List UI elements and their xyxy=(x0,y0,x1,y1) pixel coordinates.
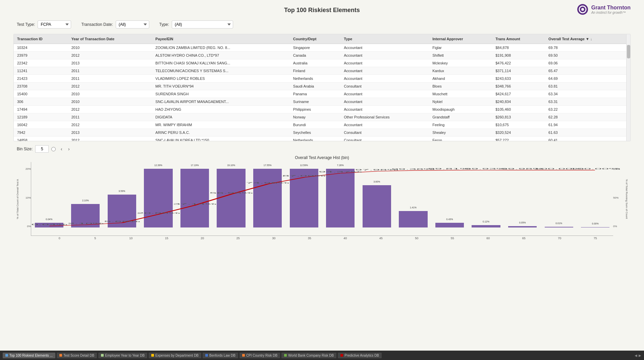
x-axis-label: 10 xyxy=(113,237,149,240)
x-axis-label: 5 xyxy=(77,237,113,240)
bar-group: 17.19% xyxy=(177,169,213,227)
cell-payee: ARINC PERU S.A.C. xyxy=(152,129,290,137)
cell-avg: 63.34 xyxy=(545,90,630,98)
bottom-tab-0[interactable]: Top 100 Riskiest Elements ... xyxy=(3,353,55,358)
x-axis-label: 20 xyxy=(184,237,220,240)
bar-label: 19.10% xyxy=(227,164,235,166)
cell-payee: SURENDRA SINGH xyxy=(152,90,290,98)
x-axis-label: 60 xyxy=(470,237,506,240)
cell-payee: TELECOMUNICACIONES Y SISTEMAS S... xyxy=(152,67,290,75)
bar-group: 0.05% xyxy=(504,169,540,227)
table-row[interactable]: 306 2010 SNC-LAVALIN AIRPORT MANAGAEMENT… xyxy=(14,98,630,106)
type-select[interactable]: (All) Accountant Consultant Attorney Oth… xyxy=(172,20,233,29)
cell-avg: 69.06 xyxy=(545,59,630,67)
table-row[interactable]: 10324 2010 ZOOMLION ZAMBIA LIMITED (REG.… xyxy=(14,44,630,52)
bar-label: 1.41% xyxy=(410,206,417,209)
grant-thornton-logo-icon xyxy=(577,3,589,15)
risk-table: Transaction ID Year of Transaction Date … xyxy=(14,34,630,141)
table-row[interactable]: 21423 2011 VLADIMIRO LOPEZ ROBLES Nether… xyxy=(14,75,630,83)
x-axis-label: 75 xyxy=(578,237,613,240)
table-row[interactable]: 23708 2012 MR. TITH VOEURN*94 Saudi Arab… xyxy=(14,83,630,90)
bottom-tab-3[interactable]: Expenses by Department DB xyxy=(149,353,201,358)
cell-year: 2011 xyxy=(68,113,152,121)
cell-country: Suriname xyxy=(290,98,340,106)
cell-approver: Moodispaugh xyxy=(429,106,492,113)
tab-icon xyxy=(284,354,287,357)
col-country[interactable]: Country/Dept xyxy=(290,34,340,44)
cell-country: Panama xyxy=(290,90,340,98)
col-payee[interactable]: Payee/EIN xyxy=(152,34,290,44)
table-row[interactable]: 23979 2012 ALSTOM HYDRO CHINA CO., LTD*9… xyxy=(14,52,630,59)
bin-size-radio[interactable] xyxy=(51,147,56,151)
bar-label: 0.43% xyxy=(446,218,453,220)
bar: 19.10% xyxy=(217,169,245,227)
bottom-tab-4[interactable]: Benfords Law DB xyxy=(203,353,238,358)
tab-icon xyxy=(205,354,208,357)
table-row[interactable]: 22342 2013 BITTOHIN CHASI SOMAJ KALLYAN … xyxy=(14,59,630,67)
col-approver[interactable]: Internal Approver xyxy=(429,34,492,44)
table-row[interactable]: 12189 2011 DIGIDATA Norway Other Profess… xyxy=(14,113,630,121)
cell-approver: Feeling xyxy=(429,121,492,129)
cell-country: Singapore xyxy=(290,44,340,52)
bar-label: 0.00% xyxy=(592,222,599,225)
tab-label: CPI Country Risk DB xyxy=(246,354,277,357)
bottom-tab-7[interactable]: Predictive Analytics DB xyxy=(338,353,382,358)
col-type[interactable]: Type xyxy=(340,34,429,44)
bottom-tab-2[interactable]: Employee Year to Year DB xyxy=(98,353,147,358)
cell-avg: 63.81 xyxy=(545,83,630,90)
cell-country: Finland xyxy=(290,67,340,75)
tab-nav-right[interactable]: ▶ xyxy=(639,354,641,357)
tab-nav-left[interactable]: ◀ xyxy=(635,354,637,357)
tab-icon xyxy=(340,354,343,357)
y-labels-left: 20% 10% 0% xyxy=(21,162,31,236)
bin-size-input[interactable] xyxy=(35,145,49,153)
bin-nav: ‹ › xyxy=(58,146,72,152)
bottom-tab-1[interactable]: Test Score Detail DB xyxy=(57,353,97,358)
bar-label: 17.19% xyxy=(191,164,199,166)
cell-country: Seychelles xyxy=(290,129,340,137)
tab-icon xyxy=(5,354,8,357)
x-axis-label: 15 xyxy=(149,237,185,240)
table-row[interactable]: 16042 2012 MR. WIMPY IBRAHIM Burundi Acc… xyxy=(14,121,630,129)
bin-prev-button[interactable]: ‹ xyxy=(58,146,64,152)
bottom-tab-5[interactable]: CPI Country Risk DB xyxy=(239,353,280,358)
x-axis-label: 45 xyxy=(363,237,399,240)
cell-type: Accountant xyxy=(340,52,429,59)
table-row[interactable]: 15400 2010 SURENDRA SINGH Panama Account… xyxy=(14,90,630,98)
bar-group: 19.10% xyxy=(213,169,249,227)
cell-country: Philippines xyxy=(290,106,340,113)
header-row: Top 100 Riskiest Elements Grant Thornton… xyxy=(13,7,631,14)
tab-label: Expenses by Department DB xyxy=(155,354,199,357)
bin-next-button[interactable]: › xyxy=(66,146,72,152)
cell-type: Accountant xyxy=(340,98,429,106)
bottom-tab-6[interactable]: World Bank Company Risk DB xyxy=(281,353,336,358)
test-type-select[interactable]: FCPA All xyxy=(38,20,71,29)
cell-approver: Bloes xyxy=(429,83,492,90)
cell-approver: Kardux xyxy=(429,67,492,75)
table-row[interactable]: 14858 2012 SNC-LAVALIN KOREA LTD.*150 Ne… xyxy=(14,137,630,142)
col-amount[interactable]: Trans Amount xyxy=(492,34,545,44)
bar: 0.43% xyxy=(435,223,464,227)
x-axis-label: 30 xyxy=(256,237,292,240)
cell-year: 2012 xyxy=(68,83,152,90)
table-row[interactable]: 11241 2011 TELECOMUNICACIONES Y SISTEMAS… xyxy=(14,67,630,75)
logo-text-block: Grant Thornton An instinct for growth™ xyxy=(591,5,631,14)
table-row[interactable]: 17494 2012 HAO ZHIYONG Philippines Accou… xyxy=(14,106,630,113)
bar-group: 3.60% xyxy=(359,169,395,227)
table-scrollbar[interactable] xyxy=(626,34,630,141)
col-year[interactable]: Year of Transaction Date xyxy=(68,34,152,44)
col-transaction-id[interactable]: Transaction ID xyxy=(14,34,68,44)
bar-group: 0.01% xyxy=(541,169,577,227)
bar-label: 12.59% xyxy=(300,164,308,166)
x-axis-label: 25 xyxy=(220,237,256,240)
col-avg[interactable]: Overall Test Average ▼ xyxy=(545,34,630,44)
cell-year: 2010 xyxy=(68,90,152,98)
tab-label: Top 100 Riskiest Elements ... xyxy=(9,354,53,357)
cell-avg: 69.78 xyxy=(545,44,630,52)
cell-id: 11241 xyxy=(14,67,68,75)
table-row[interactable]: 7942 2013 ARINC PERU S.A.C. Seychelles C… xyxy=(14,129,630,137)
transaction-date-select[interactable]: (All) 2010 2011 2012 2013 xyxy=(116,20,149,29)
test-type-filter: Test Type: FCPA All xyxy=(17,20,71,29)
cell-approver: Mcleskey xyxy=(429,59,492,67)
scrollbar-thumb[interactable] xyxy=(627,45,630,58)
